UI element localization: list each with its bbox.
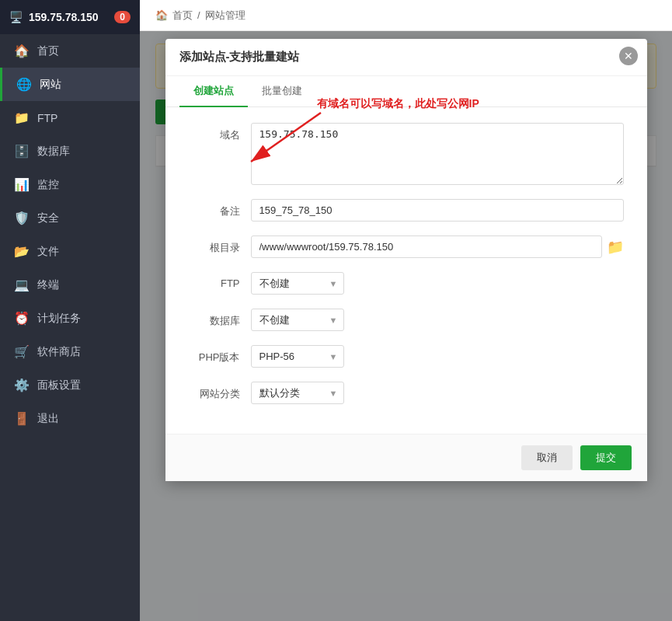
- sidebar-item-home[interactable]: 🏠 首页: [0, 34, 140, 68]
- sidebar-item-appstore[interactable]: 🛒 软件商店: [0, 335, 140, 368]
- monitor-icon: 📊: [14, 177, 30, 192]
- sidebar-label-security: 安全: [37, 211, 59, 225]
- sidebar-label-database: 数据库: [37, 145, 70, 159]
- add-site-modal: 添加站点-支持批量建站 ✕ 创建站点 批量创建 域名: [165, 39, 647, 481]
- logout-icon: 🚪: [14, 411, 30, 426]
- db-label: 数据库: [189, 309, 251, 328]
- notification-badge[interactable]: 0: [114, 11, 131, 23]
- ftp-label: FTP: [189, 272, 251, 289]
- modal-title: 添加站点-支持批量建站: [179, 50, 300, 63]
- domain-input[interactable]: [251, 123, 624, 185]
- security-icon: 🛡️: [14, 211, 30, 225]
- main-area: 🏠 首页 / 网站管理 ⚠ 使用宝塔Linux面板创建站点时会自动创建权限配置，…: [140, 0, 672, 621]
- folder-browse-icon[interactable]: 📁: [607, 239, 624, 256]
- home-breadcrumb-icon: 🏠: [155, 9, 168, 21]
- sidebar-item-cron[interactable]: ⏰ 计划任务: [0, 302, 140, 335]
- php-select[interactable]: PHP-56 PHP-70 PHP-71 PHP-72 PHP-73 PHP-7…: [251, 345, 344, 368]
- sidebar-label-cron: 计划任务: [37, 312, 81, 326]
- breadcrumb-home[interactable]: 首页: [172, 9, 193, 23]
- panel-icon: ⚙️: [14, 378, 30, 392]
- files-icon: 📂: [14, 244, 30, 259]
- tab-batch-create[interactable]: 批量创建: [248, 76, 316, 107]
- cancel-button[interactable]: 取消: [521, 445, 573, 470]
- sidebar-item-database[interactable]: 🗄️ 数据库: [0, 134, 140, 168]
- php-select-wrap: PHP-56 PHP-70 PHP-71 PHP-72 PHP-73 PHP-7…: [251, 345, 344, 368]
- sidebar-label-files: 文件: [37, 245, 59, 259]
- db-select-wrap: 不创建 创建 ▼: [251, 309, 344, 331]
- modal-footer: 取消 提交: [165, 434, 647, 481]
- topbar: 🏠 首页 / 网站管理: [140, 0, 672, 31]
- sidebar-item-logout[interactable]: 🚪 退出: [0, 402, 140, 435]
- cron-icon: ⏰: [14, 311, 30, 326]
- rootdir-label: 根目录: [189, 235, 251, 255]
- terminal-icon: 💻: [14, 277, 30, 292]
- sidebar-item-website[interactable]: 🌐 网站: [0, 68, 140, 101]
- modal-header: 添加站点-支持批量建站: [165, 39, 647, 76]
- ftp-row: FTP 不创建 创建 ▼: [189, 272, 624, 295]
- domain-label: 域名: [189, 123, 251, 142]
- sidebar-label-ftp: FTP: [37, 112, 57, 124]
- sidebar-label-home: 首页: [37, 44, 59, 58]
- modal-tabs: 创建站点 批量创建: [165, 76, 647, 107]
- sidebar-label-website: 网站: [40, 78, 61, 92]
- sidebar-label-panel: 面板设置: [37, 379, 81, 392]
- content-area: ⚠ 使用宝塔Linux面板创建站点时会自动创建权限配置，统一使用www用户。建站…: [140, 31, 672, 621]
- modal-body: 域名 备注 根目录 📁: [165, 107, 647, 434]
- tab-create-site[interactable]: 创建站点: [179, 76, 248, 107]
- sidebar-label-monitor: 监控: [37, 178, 59, 192]
- php-label: PHP版本: [189, 345, 251, 365]
- db-row: 数据库 不创建 创建 ▼: [189, 309, 624, 331]
- db-select[interactable]: 不创建 创建: [251, 309, 344, 331]
- modal-close-button[interactable]: ✕: [619, 47, 638, 65]
- sidebar-item-terminal[interactable]: 💻 终端: [0, 268, 140, 302]
- rootdir-input[interactable]: [251, 235, 602, 258]
- sidebar-item-security[interactable]: 🛡️ 安全: [0, 201, 140, 235]
- website-icon: 🌐: [16, 77, 32, 92]
- note-label: 备注: [189, 199, 251, 218]
- category-select-wrap: 默认分类 ▼: [251, 382, 344, 404]
- modal-overlay: 添加站点-支持批量建站 ✕ 创建站点 批量创建 域名: [140, 31, 672, 621]
- sidebar: 🖥️ 159.75.78.150 0 🏠 首页 🌐 网站 📁 FTP 🗄️ 数据…: [0, 0, 140, 621]
- server-icon: 🖥️: [9, 11, 23, 23]
- sidebar-header: 🖥️ 159.75.78.150 0: [0, 0, 140, 34]
- breadcrumb-separator: /: [197, 9, 200, 21]
- note-input[interactable]: [251, 199, 624, 222]
- rootdir-field-wrap: 📁: [251, 235, 624, 258]
- php-row: PHP版本 PHP-56 PHP-70 PHP-71 PHP-72 PHP-73…: [189, 345, 624, 368]
- ftp-icon: 📁: [14, 110, 30, 125]
- appstore-icon: 🛒: [14, 344, 30, 359]
- home-icon: 🏠: [14, 44, 30, 58]
- rootdir-row: 根目录 📁: [189, 235, 624, 258]
- ftp-select[interactable]: 不创建 创建: [251, 272, 344, 295]
- category-label: 网站分类: [189, 382, 251, 401]
- sidebar-item-panel[interactable]: ⚙️ 面板设置: [0, 368, 140, 402]
- submit-button[interactable]: 提交: [580, 445, 632, 470]
- ftp-select-wrap: 不创建 创建 ▼: [251, 272, 344, 295]
- category-select[interactable]: 默认分类: [251, 382, 344, 404]
- sidebar-label-logout: 退出: [37, 412, 59, 426]
- category-row: 网站分类 默认分类 ▼: [189, 382, 624, 404]
- sidebar-label-appstore: 软件商店: [37, 345, 81, 359]
- breadcrumb-current: 网站管理: [205, 9, 245, 23]
- sidebar-label-terminal: 终端: [37, 278, 59, 292]
- server-ip: 159.75.78.150: [29, 11, 99, 23]
- sidebar-item-monitor[interactable]: 📊 监控: [0, 168, 140, 201]
- note-row: 备注: [189, 199, 624, 222]
- sidebar-item-files[interactable]: 📂 文件: [0, 235, 140, 268]
- domain-row: 域名: [189, 123, 624, 185]
- sidebar-item-ftp[interactable]: 📁 FTP: [0, 101, 140, 134]
- database-icon: 🗄️: [14, 144, 30, 159]
